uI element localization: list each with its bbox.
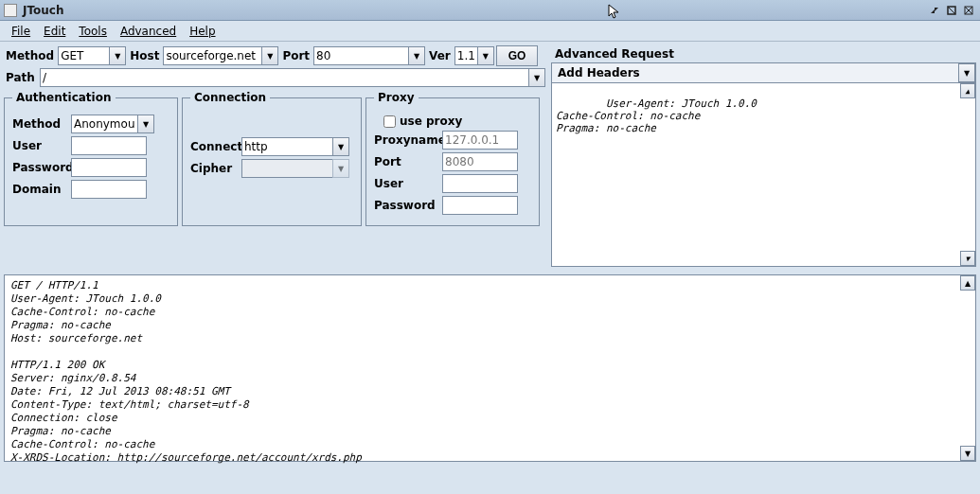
chevron-down-icon[interactable]: ▼ [477, 46, 494, 65]
host-input[interactable] [163, 46, 261, 65]
menu-advanced[interactable]: Advanced [115, 23, 182, 40]
connect-select[interactable] [241, 137, 332, 156]
use-proxy-checkbox[interactable] [383, 115, 396, 128]
close-icon[interactable] [961, 4, 976, 17]
authentication-legend: Authentication [12, 91, 116, 104]
auth-user-label: User [12, 139, 67, 152]
cipher-select [241, 159, 332, 178]
auth-domain-label: Domain [12, 183, 67, 196]
authentication-group: Authentication Method ▼ User Password [4, 91, 178, 226]
port-label: Port [280, 49, 312, 62]
scroll-down-icon[interactable]: ▼ [960, 446, 975, 461]
auth-domain-input[interactable] [71, 180, 147, 199]
ver-select[interactable] [454, 46, 477, 65]
chevron-down-icon[interactable]: ▼ [261, 46, 278, 65]
proxyname-input[interactable] [442, 131, 518, 150]
proxy-port-input[interactable] [442, 152, 518, 171]
path-label: Path [4, 71, 38, 84]
proxy-password-label: Password [374, 199, 438, 212]
proxy-legend: Proxy [374, 91, 419, 104]
host-label: Host [128, 49, 161, 62]
menu-help[interactable]: Help [184, 23, 221, 40]
use-proxy-label: use proxy [400, 115, 462, 128]
menu-tools[interactable]: Tools [73, 23, 113, 40]
proxy-port-label: Port [374, 155, 438, 168]
connect-label: Connect [190, 140, 238, 153]
chevron-down-icon[interactable]: ▼ [109, 46, 126, 65]
auth-user-input[interactable] [71, 136, 147, 155]
ver-label: Ver [427, 49, 453, 62]
chevron-down-icon[interactable]: ▼ [958, 63, 975, 82]
connection-group: Connection Connect ▼ Cipher ▼ [182, 91, 362, 226]
chevron-down-icon[interactable]: ▼ [408, 46, 425, 65]
auth-method-label: Method [12, 117, 67, 131]
menu-file[interactable]: File [6, 23, 36, 40]
maximize-icon[interactable] [944, 4, 959, 17]
method-select[interactable] [58, 46, 109, 65]
advanced-request-title: Advanced Request [551, 45, 976, 62]
headers-content: User-Agent: JTouch 1.0.0 Cache-Control: … [556, 97, 757, 134]
proxy-group: Proxy use proxy Proxyname Port User [365, 91, 540, 226]
proxyname-label: Proxyname [374, 133, 438, 147]
response-text: GET / HTTP/1.1 User-Agent: JTouch 1.0.0 … [5, 275, 975, 468]
scroll-down-icon[interactable]: ▼ [960, 251, 975, 266]
cipher-label: Cipher [190, 162, 238, 175]
auth-password-input[interactable] [71, 158, 147, 177]
minimize-icon[interactable] [927, 4, 942, 17]
proxy-password-input[interactable] [442, 196, 518, 215]
auth-password-label: Password [12, 161, 67, 174]
menu-edit[interactable]: Edit [38, 23, 71, 40]
chevron-down-icon[interactable]: ▼ [528, 68, 545, 87]
menu-bar: File Edit Tools Advanced Help [0, 21, 980, 42]
path-input[interactable] [40, 68, 528, 87]
connection-legend: Connection [190, 91, 270, 104]
port-input[interactable] [313, 46, 408, 65]
scroll-up-icon[interactable]: ▲ [960, 83, 975, 98]
add-headers-label: Add Headers [552, 66, 958, 79]
headers-textarea[interactable]: User-Agent: JTouch 1.0.0 Cache-Control: … [551, 83, 976, 267]
add-headers-dropdown[interactable]: Add Headers ▼ [551, 62, 976, 83]
chevron-down-icon: ▼ [332, 159, 349, 178]
chevron-down-icon[interactable]: ▼ [137, 115, 154, 133]
proxy-user-input[interactable] [442, 174, 518, 193]
auth-method-select[interactable] [71, 115, 137, 133]
chevron-down-icon[interactable]: ▼ [332, 137, 349, 156]
method-label: Method [4, 49, 56, 62]
window-title: JTouch [23, 4, 64, 17]
app-icon [4, 4, 17, 17]
response-area[interactable]: GET / HTTP/1.1 User-Agent: JTouch 1.0.0 … [4, 274, 976, 462]
go-button[interactable]: GO [496, 45, 539, 66]
scroll-up-icon[interactable]: ▲ [960, 275, 975, 291]
proxy-user-label: User [374, 177, 438, 190]
title-bar: JTouch [0, 0, 980, 21]
